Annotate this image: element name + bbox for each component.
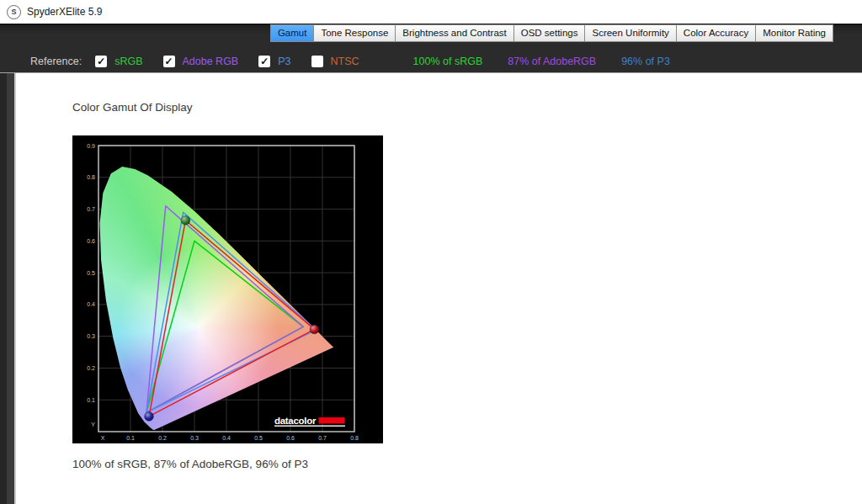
display-blue-primary-marker: [145, 412, 154, 422]
tick-label: 0.6: [87, 238, 95, 244]
tick-label: 0.7: [87, 206, 95, 212]
tick-label: 0.4: [87, 301, 95, 307]
reference-p3: ✓P3: [258, 56, 290, 67]
app-icon: S: [7, 5, 21, 19]
result-100-of-srgb: 100% of sRGB: [413, 56, 483, 67]
datacolor-logo: datacolor: [274, 416, 345, 427]
checkbox-ntsc[interactable]: [311, 56, 323, 67]
reference-adobe-rgb: ✓Adobe RGB: [163, 56, 239, 67]
tab-gamut[interactable]: Gamut: [270, 24, 315, 42]
title-bar: S SpyderXElite 5.9: [0, 0, 862, 24]
display-red-primary-marker: [310, 325, 319, 334]
checkbox-adobe-rgb[interactable]: ✓: [163, 56, 175, 67]
gamut-results: 100% of sRGB87% of AdobeRGB96% of P3: [413, 56, 695, 67]
tick-label: 0.6: [286, 435, 295, 441]
logo-underline: [274, 426, 345, 427]
header-band: GamutTone ResponseBrightness and Contras…: [0, 24, 862, 73]
tick-label: 0.1: [126, 435, 135, 441]
checkbox-srgb[interactable]: ✓: [95, 56, 107, 67]
reference-toolbar: Reference: ✓sRGB✓Adobe RGB✓P3NTSC 100% o…: [30, 53, 862, 70]
tab-monitor-rating[interactable]: Monitor Rating: [755, 24, 833, 42]
datacolor-logo-text: datacolor: [274, 416, 317, 426]
result-96-of-p3: 96% of P3: [621, 56, 670, 67]
tick-label: 0.1: [87, 397, 95, 403]
display-green-primary-marker: [181, 215, 190, 225]
reference-name-srgb: sRGB: [114, 56, 142, 67]
tab-bar: GamutTone ResponseBrightness and Contras…: [271, 24, 833, 42]
tab-tone-response[interactable]: Tone Response: [313, 24, 396, 42]
gamut-summary-text: 100% of sRGB, 87% of AdobeRGB, 96% of P3: [72, 458, 308, 470]
tab-brightness-and-contrast[interactable]: Brightness and Contrast: [395, 24, 513, 42]
tab-osd-settings[interactable]: OSD settings: [513, 24, 586, 42]
reference-name-p3: P3: [278, 56, 290, 67]
tick-label: 0.3: [190, 435, 199, 441]
spyderx-window: S SpyderXElite 5.9 GamutTone ResponseBri…: [0, 0, 862, 504]
tick-label: 0.2: [87, 365, 95, 371]
tick-label: 0.8: [87, 174, 95, 180]
chromaticity-svg: 0.10.20.30.40.50.60.70.8X0.10.20.30.40.5…: [72, 135, 383, 443]
chart-title: Color Gamut Of Display: [72, 101, 193, 114]
tick-label: 0.4: [222, 435, 231, 441]
tab-color-accuracy[interactable]: Color Accuracy: [676, 24, 756, 42]
tick-label: 0.2: [158, 435, 167, 441]
reference-ntsc: NTSC: [311, 56, 359, 67]
window-title: SpyderXElite 5.9: [27, 6, 102, 18]
reference-name-ntsc: NTSC: [331, 56, 359, 67]
tick-label: 0.9: [87, 143, 95, 149]
reference-checkboxes: ✓sRGB✓Adobe RGB✓P3NTSC: [95, 56, 379, 67]
report-content: Color Gamut Of Display 0.10.20.30.40.50.…: [16, 73, 862, 504]
reference-name-adobe-rgb: Adobe RGB: [183, 56, 239, 67]
tick-label: 0.5: [87, 270, 95, 276]
tab-screen-uniformity[interactable]: Screen Uniformity: [584, 24, 676, 42]
tick-label: Y: [91, 422, 95, 427]
result-87-of-adobergb: 87% of AdobeRGB: [508, 56, 596, 67]
tick-label: 0.7: [318, 435, 327, 441]
reference-srgb: ✓sRGB: [95, 56, 142, 67]
checkbox-p3[interactable]: ✓: [258, 56, 270, 67]
tick-label: 0.5: [254, 435, 263, 441]
tick-label: 0.3: [87, 333, 95, 339]
tick-label: 0.8: [350, 435, 359, 441]
cie-spectral-horseshoe: [72, 135, 383, 443]
chromaticity-chart: 0.10.20.30.40.50.60.70.8X0.10.20.30.40.5…: [72, 135, 383, 443]
reference-label: Reference:: [30, 56, 82, 67]
left-edge-strip: [0, 73, 16, 504]
tick-label: X: [101, 435, 105, 441]
logo-red-swatch: [319, 417, 345, 424]
